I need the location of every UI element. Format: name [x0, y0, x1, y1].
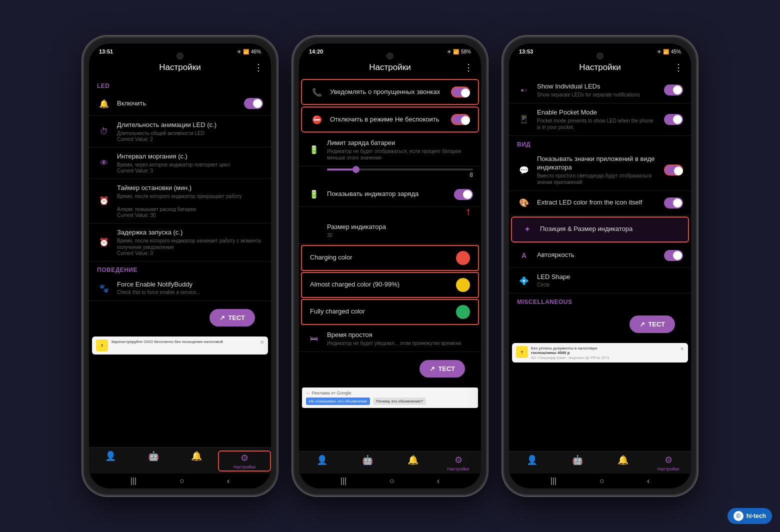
status-bar-3: 13:53 ✳ 📶 45%: [509, 44, 691, 58]
setting-auto-brightness[interactable]: A Автояркость: [509, 244, 691, 268]
settings-icon-1: ⚙: [240, 452, 248, 464]
vol-up-button-3: [502, 118, 504, 142]
phone-1: 13:51 ✳ 📶 46% Настройки ⋮ LED 🔔: [82, 36, 278, 496]
phone-icon: 📞: [310, 85, 324, 99]
nav-settings-2[interactable]: ⚙ Настройки: [436, 454, 481, 472]
app-icons-title: Показывать значки приложений в виде инди…: [537, 155, 658, 172]
auto-brightness-toggle[interactable]: [664, 250, 683, 261]
setting-start-delay[interactable]: ⏰ Задержка запуска (с.) Время, после кот…: [89, 224, 271, 262]
sys-nav-home-2[interactable]: ○: [390, 476, 394, 486]
hide-ad-btn[interactable]: Не показывать это объявление: [306, 398, 370, 405]
setting-idle-time[interactable]: 🛏 Время простоя Индикатор не будет уведо…: [299, 326, 481, 352]
setting-indicator-size[interactable]: Размер индикатора 30: [299, 218, 481, 244]
test-button-1[interactable]: ↗ ТЕСТ: [210, 309, 255, 326]
header-menu-2[interactable]: ⋮: [464, 62, 473, 73]
nav-settings-label-1: Настройки: [234, 464, 256, 470]
setting-enable[interactable]: 🔔 Включить: [89, 92, 271, 116]
phone-screen-2: 14:20 ✳ 📶 58% Настройки ⋮ 📞 Уведомля: [299, 44, 481, 488]
dnd-icon: ⛔: [310, 112, 324, 126]
setting-size-val: 30: [327, 232, 473, 238]
setting-pocket-mode[interactable]: 📱 Enable Pocket Mode Pocket mode prevent…: [509, 104, 691, 136]
nav-settings-3[interactable]: ⚙ Настройки: [646, 454, 691, 472]
sys-nav-recents-3[interactable]: |||: [550, 476, 556, 486]
battery-slider-track: [327, 168, 473, 170]
header-menu-1[interactable]: ⋮: [254, 62, 263, 73]
ad-close-1[interactable]: ✕: [260, 340, 264, 345]
setting-led-shape[interactable]: 💠 LED Shape Circle: [509, 268, 691, 294]
eye-icon: 👁: [97, 156, 111, 170]
test-icon-3: ↗: [640, 320, 645, 328]
setting-duration[interactable]: ⏱ Длительность анимации LED (с.) Длитель…: [89, 116, 271, 148]
nav-profile-1[interactable]: 👤: [89, 450, 132, 472]
app-icons-toggle[interactable]: [664, 164, 683, 176]
setting-charging-color[interactable]: Charging color: [301, 245, 479, 271]
test-icon-1: ↗: [220, 314, 225, 322]
pocket-mode-toggle[interactable]: [664, 114, 683, 125]
setting-app-icons[interactable]: 💬 Показывать значки приложений в виде ин…: [509, 150, 691, 191]
bell-nav-icon-3: 🔔: [618, 454, 628, 466]
setting-show-charge[interactable]: 🔋 Показывать индикатор заряда: [299, 182, 481, 207]
phone-screen-3: 13:53 ✳ 📶 45% Настройки ⋮ ●○ Show Ind: [509, 44, 691, 488]
sys-nav-home-1[interactable]: ○: [180, 476, 184, 486]
pocket-mode-title: Enable Pocket Mode: [537, 108, 658, 117]
setting-individual-leds[interactable]: ●○ Show Individual LEDs Show separate LE…: [509, 78, 691, 104]
sys-nav-back-3[interactable]: ‹: [647, 476, 650, 486]
paw-icon: 🐾: [97, 281, 111, 295]
setting-stop-timer[interactable]: ⏰ Таймер остановки (мин.) Время, после к…: [89, 179, 271, 224]
setting-position-size[interactable]: ✦ Позиция & Размер индикатора: [511, 216, 689, 242]
setting-show-charge-title: Показывать индикатор заряда: [327, 190, 448, 198]
enable-toggle[interactable]: [244, 98, 263, 109]
nav-bell-1[interactable]: 🔔: [175, 450, 218, 472]
missed-calls-toggle[interactable]: [451, 86, 470, 98]
setting-dnd[interactable]: ⛔ Отключить в режиме Не беспокоить: [301, 106, 479, 132]
setting-missed-calls[interactable]: 📞 Уведомлять о пропущенных звонках: [301, 79, 479, 105]
fully-charged-dot[interactable]: [456, 305, 470, 319]
test-button-3[interactable]: ↗ ТЕСТ: [630, 316, 675, 333]
nav-android-2[interactable]: 🤖: [344, 454, 390, 472]
tinkoff-ad-3: Т Без уплаты документы в налоговую госпо…: [512, 343, 688, 362]
show-charge-toggle[interactable]: [454, 189, 473, 200]
battery-slider-thumb[interactable]: [352, 166, 360, 173]
header-menu-3[interactable]: ⋮: [674, 62, 683, 73]
nav-android-3[interactable]: 🤖: [554, 454, 600, 472]
nav-bell-3[interactable]: 🔔: [600, 454, 646, 472]
almost-charged-dot[interactable]: [456, 278, 470, 292]
bell-nav-icon-1: 🔔: [191, 450, 202, 462]
nav-profile-3[interactable]: 👤: [509, 454, 554, 472]
setting-blink[interactable]: 👁 Интервал моргания (с.) Время, через ко…: [89, 148, 271, 179]
sys-nav-home-3[interactable]: ○: [600, 476, 604, 486]
sys-nav-back-2[interactable]: ‹: [437, 476, 440, 486]
setting-fully-charged[interactable]: Fully charged color: [301, 299, 479, 325]
nav-profile-2[interactable]: 👤: [299, 454, 344, 472]
sys-nav-recents-1[interactable]: |||: [130, 476, 136, 486]
setting-battery-limit[interactable]: 🔋 Лимит заряда батареи Индикатор не буде…: [299, 134, 481, 166]
test-button-2[interactable]: ↗ ТЕСТ: [420, 360, 465, 378]
profile-icon-2: 👤: [316, 454, 328, 466]
charging-color-dot[interactable]: [456, 251, 470, 265]
google-ad-banner: ← Реклама от Google Не показывать это об…: [302, 388, 478, 408]
setting-force-sub: Check this to force enable a service...: [117, 289, 263, 296]
profile-icon-3: 👤: [526, 454, 538, 466]
why-ad-btn[interactable]: Почему это объявление?: [373, 398, 426, 405]
nav-android-1[interactable]: 🤖: [132, 450, 175, 472]
individual-leds-toggle[interactable]: [664, 84, 683, 96]
android-icon-2: 🤖: [362, 454, 373, 466]
setting-force-enable[interactable]: 🐾 Force Enable NotifyBuddy Check this to…: [89, 276, 271, 302]
nav-bell-2[interactable]: 🔔: [390, 454, 436, 472]
idle-time-sub: Индикатор не будет уведомл... этом проме…: [327, 340, 473, 346]
sys-nav-back-1[interactable]: ‹: [227, 476, 230, 486]
individual-leds-sub: Show separate LEDs for separate notifica…: [537, 92, 658, 98]
battery-slider-fill: [327, 168, 356, 170]
sys-nav-recents-2[interactable]: |||: [340, 476, 346, 486]
tinkoff-close-3[interactable]: ✕: [680, 346, 684, 352]
battery-icon-2: 🔋: [307, 188, 321, 202]
setting-extract-color[interactable]: 🎨 Extract LED color from the icon itself: [509, 191, 691, 216]
dnd-toggle[interactable]: [451, 114, 470, 125]
nav-settings-1[interactable]: ⚙ Настройки: [218, 450, 271, 472]
screen-content-3: ●○ Show Individual LEDs Show separate LE…: [509, 78, 691, 451]
power-button-3: [696, 128, 698, 158]
vol-dn-button-2: [292, 148, 294, 172]
extract-color-toggle[interactable]: [664, 198, 683, 208]
leds-icon: ●○: [517, 83, 531, 97]
setting-almost-charged[interactable]: Almost charged color (90-99%): [301, 272, 479, 298]
